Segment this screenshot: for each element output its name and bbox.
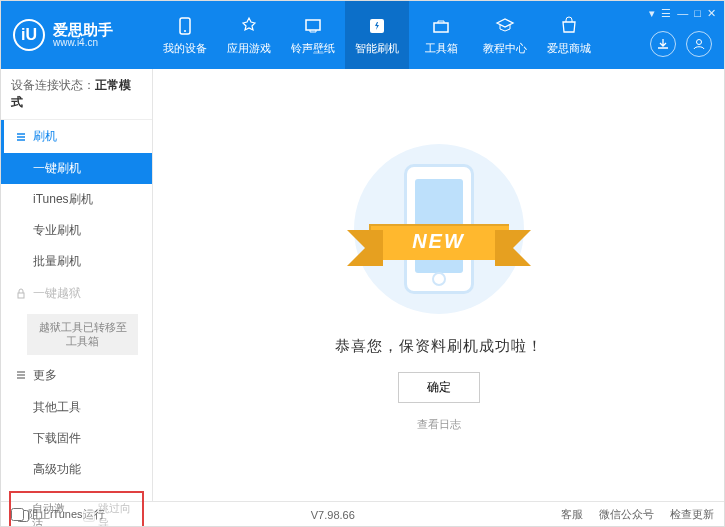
more-icon (15, 369, 27, 381)
sidebar-item-advanced[interactable]: 高级功能 (1, 454, 152, 485)
menu-icon[interactable]: ☰ (661, 7, 671, 20)
store-icon (558, 15, 580, 37)
top-nav: 我的设备 应用游戏 铃声壁纸 智能刷机 工具箱 教程中心 爱思商城 (153, 1, 601, 69)
sidebar-section-more[interactable]: 更多 (1, 359, 152, 392)
nav-my-device[interactable]: 我的设备 (153, 1, 217, 69)
new-ribbon: NEW (369, 224, 509, 260)
device-status: 设备连接状态：正常模式 (1, 69, 152, 120)
download-button[interactable] (650, 31, 676, 57)
tutorial-icon (494, 15, 516, 37)
logo-icon: iU (13, 19, 45, 51)
sidebar-section-jailbreak: 一键越狱 (1, 277, 152, 310)
sidebar-item-oneclick[interactable]: 一键刷机 (1, 153, 152, 184)
app-subtitle: www.i4.cn (53, 37, 113, 48)
device-icon (174, 15, 196, 37)
success-message: 恭喜您，保资料刷机成功啦！ (335, 337, 543, 356)
sidebar-item-other[interactable]: 其他工具 (1, 392, 152, 423)
user-button[interactable] (686, 31, 712, 57)
sidebar-item-itunes[interactable]: iTunes刷机 (1, 184, 152, 215)
nav-store[interactable]: 爱思商城 (537, 1, 601, 69)
nav-flash[interactable]: 智能刷机 (345, 1, 409, 69)
flash-icon (366, 15, 388, 37)
toolbox-icon (430, 15, 452, 37)
window-controls: ▾ ☰ — □ ✕ (649, 7, 716, 20)
logo-area: iU 爱思助手 www.i4.cn (1, 19, 153, 51)
menu-dropdown-icon[interactable]: ▾ (649, 7, 655, 20)
sidebar: 设备连接状态：正常模式 刷机 一键刷机 iTunes刷机 专业刷机 批量刷机 一… (1, 69, 153, 501)
version-label: V7.98.66 (311, 509, 355, 521)
footer-update[interactable]: 检查更新 (670, 507, 714, 522)
list-icon (15, 131, 27, 143)
ringtone-icon (302, 15, 324, 37)
nav-toolbox[interactable]: 工具箱 (409, 1, 473, 69)
jailbreak-note: 越狱工具已转移至工具箱 (27, 314, 138, 355)
svg-point-5 (697, 40, 702, 45)
sidebar-item-batch[interactable]: 批量刷机 (1, 246, 152, 277)
nav-ringtones[interactable]: 铃声壁纸 (281, 1, 345, 69)
app-header: iU 爱思助手 www.i4.cn 我的设备 应用游戏 铃声壁纸 智能刷机 工具… (1, 1, 724, 69)
maximize-icon[interactable]: □ (694, 7, 701, 20)
view-log-link[interactable]: 查看日志 (417, 417, 461, 432)
app-title: 爱思助手 (53, 22, 113, 37)
nav-tutorials[interactable]: 教程中心 (473, 1, 537, 69)
svg-rect-4 (434, 23, 448, 32)
svg-point-1 (184, 30, 186, 32)
sidebar-item-firmware[interactable]: 下载固件 (1, 423, 152, 454)
sidebar-item-pro[interactable]: 专业刷机 (1, 215, 152, 246)
success-illustration: NEW (349, 139, 529, 319)
minimize-icon[interactable]: — (677, 7, 688, 20)
main-content: NEW 恭喜您，保资料刷机成功啦！ 确定 查看日志 (153, 69, 724, 501)
apps-icon (238, 15, 260, 37)
footer-support[interactable]: 客服 (561, 507, 583, 522)
svg-rect-6 (18, 293, 24, 298)
footer-wechat[interactable]: 微信公众号 (599, 507, 654, 522)
skip-guide-checkbox[interactable]: 跳过向导 (83, 501, 137, 527)
close-icon[interactable]: ✕ (707, 7, 716, 20)
ok-button[interactable]: 确定 (398, 372, 480, 403)
svg-rect-2 (306, 20, 320, 30)
nav-apps[interactable]: 应用游戏 (217, 1, 281, 69)
lock-icon (15, 288, 27, 300)
sidebar-section-flash[interactable]: 刷机 (1, 120, 152, 153)
